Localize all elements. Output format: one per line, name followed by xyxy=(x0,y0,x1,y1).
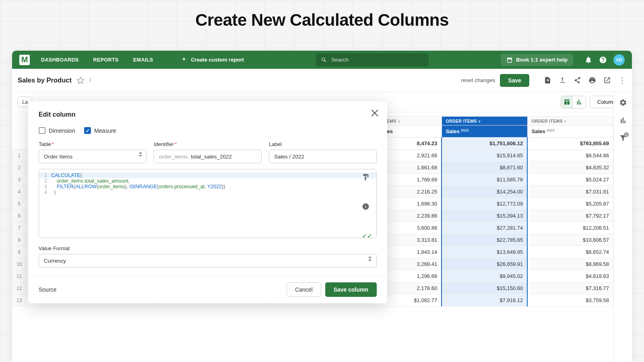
filter-sidebar-button[interactable]: 1 xyxy=(619,134,627,144)
right-sidebar: 1 xyxy=(613,92,632,362)
cell-highlighted: $15,394.13 xyxy=(442,210,527,222)
open-external-icon[interactable] xyxy=(603,76,611,84)
cancel-button[interactable]: Cancel xyxy=(287,282,321,297)
topbar-icons: VD xyxy=(584,54,625,66)
fields-row: Table* Order Items Identifier* order_ite… xyxy=(39,141,377,163)
subbar-icons: ⋮ xyxy=(544,76,626,84)
cell-highlighted: $14,254.00 xyxy=(442,186,527,198)
info-icon[interactable]: i xyxy=(89,76,97,84)
value-format-select[interactable]: Currency xyxy=(39,254,377,267)
cell: $4,835.32 xyxy=(527,162,613,174)
nav-reports[interactable]: REPORTS xyxy=(93,57,119,63)
source-link[interactable]: Source xyxy=(39,286,56,293)
formula-editor[interactable]: 1CALCULATE( 2 order_items.total_sales_am… xyxy=(39,169,377,238)
col-group-items[interactable]: ITEMS▾ xyxy=(378,117,442,125)
row-number: 3 xyxy=(12,174,26,186)
save-button[interactable]: Save xyxy=(500,74,529,87)
save-column-button[interactable]: Save column xyxy=(325,282,377,297)
cell-highlighted: $26,659.91 xyxy=(442,258,527,270)
column-type-row: Dimension Measure xyxy=(39,127,377,134)
checkbox-unchecked-icon xyxy=(39,127,45,134)
help-icon[interactable] xyxy=(599,56,607,64)
cell-highlighted: $12,772.09 xyxy=(442,198,527,210)
more-icon[interactable]: ⋮ xyxy=(618,76,626,84)
col-sales-2023[interactable]: Sales2023 xyxy=(527,125,613,138)
chart-view-button[interactable] xyxy=(573,96,585,108)
cell: 1,296.68 xyxy=(378,270,442,282)
nav-dashboards[interactable]: DASHBOARDS xyxy=(41,57,79,63)
cell-highlighted: $15,914.85 xyxy=(442,150,527,162)
checkbox-checked-icon xyxy=(84,127,91,134)
measure-checkbox[interactable]: Measure xyxy=(84,127,116,134)
col-sales-2022[interactable]: Sales2022 xyxy=(442,125,527,138)
filter-badge: 1 xyxy=(624,132,629,137)
user-avatar[interactable]: VD xyxy=(613,54,625,66)
format-icon[interactable] xyxy=(362,173,369,181)
cell-highlighted: $8,871.60 xyxy=(442,162,527,174)
validate-icon[interactable]: ✓✓ xyxy=(362,232,372,240)
settings-icon[interactable] xyxy=(619,99,627,107)
measure-label: Measure xyxy=(94,128,116,134)
download-icon[interactable] xyxy=(544,76,551,84)
label-field: Label Sales / 2022 xyxy=(269,141,377,163)
cell-highlighted: $7,916.12 xyxy=(442,294,527,306)
app-logo[interactable]: M xyxy=(19,55,30,65)
search-box[interactable] xyxy=(316,53,429,66)
cell: 3,313.81 xyxy=(378,234,442,246)
cell-highlighted: $11,585.78 xyxy=(442,174,527,186)
print-icon[interactable] xyxy=(588,76,596,84)
col-sales[interactable]: ales xyxy=(378,125,442,138)
row-number: 7 xyxy=(12,222,26,234)
star-icon[interactable] xyxy=(76,76,85,84)
row-number: 4 xyxy=(12,186,26,198)
cell: $5,205.87 xyxy=(527,198,613,210)
cell: 2,216.25 xyxy=(378,186,442,198)
identifier-field-label: Identifier* xyxy=(154,141,262,147)
identifier-field: Identifier* order_items.total_sales_2022 xyxy=(154,141,262,163)
cell: 3,269.41 xyxy=(378,258,442,270)
cell: $5,024.27 xyxy=(527,174,613,186)
cell: $7,792.17 xyxy=(527,210,613,222)
formula-code: 1CALCULATE( 2 order_items.total_sales_am… xyxy=(39,169,376,238)
close-icon[interactable] xyxy=(370,109,379,117)
modal-title: Edit column xyxy=(39,111,377,118)
cell-highlighted: $15,150.60 xyxy=(442,282,527,294)
page-title: Create New Calculated Columns xyxy=(0,10,644,30)
dimension-checkbox[interactable]: Dimension xyxy=(39,127,75,134)
cell: $3,759.58 xyxy=(527,294,613,306)
nav-emails[interactable]: EMAILS xyxy=(133,57,153,63)
table-select[interactable]: Order Items xyxy=(39,150,147,163)
cell-highlighted: $27,281.74 xyxy=(442,222,527,234)
table-view-button[interactable] xyxy=(561,96,573,108)
table-icon xyxy=(564,99,570,105)
dimension-label: Dimension xyxy=(49,128,75,134)
cell: 2,921.66 xyxy=(378,150,442,162)
report-title: Sales by Product xyxy=(18,76,72,84)
row-number: 9 xyxy=(12,246,26,258)
chart-sidebar-icon[interactable] xyxy=(619,116,627,124)
report-toolbar: Sales by Product i reset changes Save ⋮ xyxy=(12,69,632,92)
cell: 3,600.86 xyxy=(378,222,442,234)
row-number: 13 xyxy=(12,294,26,306)
share-icon[interactable] xyxy=(574,76,581,84)
create-custom-report-button[interactable]: Create custom report xyxy=(180,56,244,64)
row-number: 12 xyxy=(12,282,26,294)
row-number: 6 xyxy=(12,210,26,222)
topbar: M DASHBOARDS REPORTS EMAILS Create custo… xyxy=(12,51,632,69)
identifier-input[interactable]: order_items.total_sales_2022 xyxy=(154,150,262,163)
row-number: 8 xyxy=(12,234,26,246)
label-field-label: Label xyxy=(269,141,377,147)
book-expert-help-button[interactable]: Book 1:1 expert help xyxy=(501,54,573,66)
info-circle-icon[interactable] xyxy=(362,203,369,210)
bell-icon[interactable] xyxy=(584,56,592,64)
create-custom-report-label: Create custom report xyxy=(191,57,244,63)
col-group-order-items-2022[interactable]: ORDER ITEMS▾ xyxy=(442,117,527,125)
calendar-icon xyxy=(506,57,513,63)
export-icon[interactable] xyxy=(559,76,566,84)
reset-changes-link[interactable]: reset changes xyxy=(461,77,495,83)
label-input[interactable]: Sales / 2022 xyxy=(269,150,377,163)
table-field: Table* Order Items xyxy=(39,141,147,163)
search-input[interactable] xyxy=(331,57,424,63)
total-sales-2023: $793,855.69 xyxy=(527,138,613,150)
col-group-order-items-2023[interactable]: ORDER ITEMS▾ xyxy=(527,117,613,125)
